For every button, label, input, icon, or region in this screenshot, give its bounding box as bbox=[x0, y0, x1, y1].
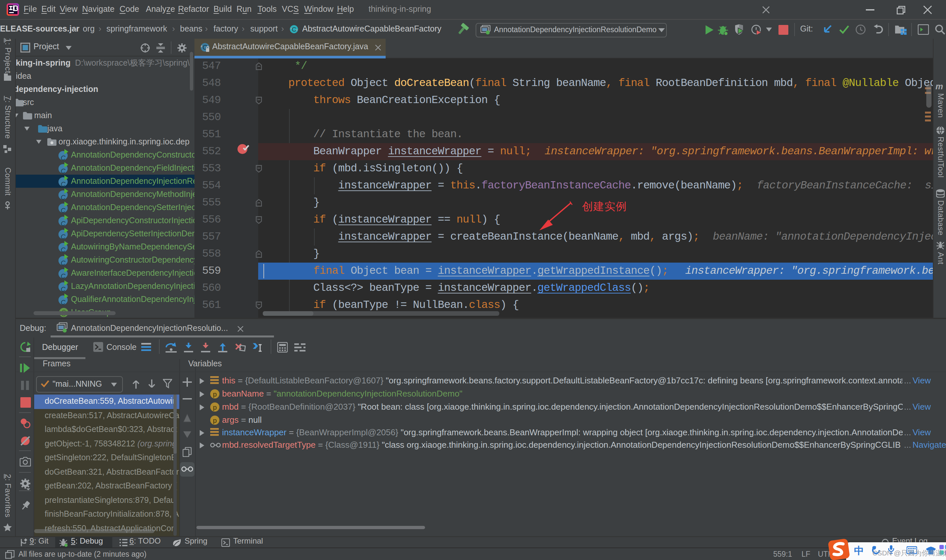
svg-text:p: p bbox=[213, 416, 217, 424]
svg-text:p: p bbox=[213, 390, 217, 397]
svg-text:p: p bbox=[213, 403, 217, 411]
svg-text:C: C bbox=[292, 26, 296, 33]
